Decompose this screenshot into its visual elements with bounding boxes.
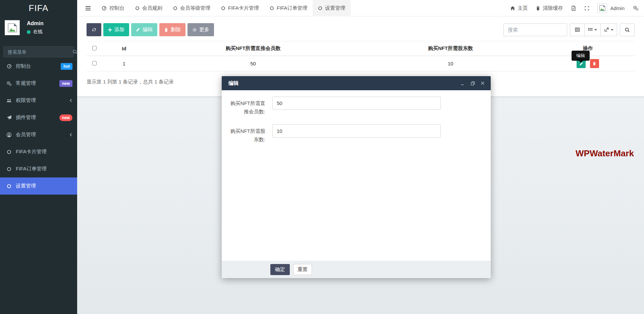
- tab-fifa-card[interactable]: FIFA卡片管理: [216, 0, 264, 16]
- avatar[interactable]: [5, 20, 20, 35]
- close-button[interactable]: [481, 81, 485, 85]
- gear-icon: [192, 28, 197, 32]
- view-button-group: [570, 23, 617, 36]
- home-label: 主页: [518, 5, 528, 11]
- sidebar-item-settings[interactable]: 设置管理: [0, 177, 77, 195]
- circle-icon: [6, 167, 12, 171]
- user-status: 在线: [33, 29, 43, 35]
- tab-label: 会员规则: [142, 5, 162, 11]
- home-link[interactable]: 主页: [510, 5, 528, 11]
- column-header-direct-members[interactable]: 购买NFT所需直推会员数: [146, 41, 360, 56]
- avatar: [597, 3, 607, 13]
- circle-icon: [135, 6, 140, 10]
- tab-fifa-order[interactable]: FIFA订单管理: [264, 0, 313, 16]
- export-button[interactable]: [601, 23, 617, 36]
- dialog-title: 编辑: [228, 80, 238, 87]
- tab-dashboard[interactable]: 控制台: [96, 0, 130, 16]
- column-header-shareholders[interactable]: 购买NFT所需股东数: [360, 41, 541, 56]
- sidebar-item-member[interactable]: 会员管理: [0, 126, 77, 143]
- chevron-left-icon: [69, 99, 72, 102]
- topbar: 控制台 会员规则 会员等级管理 FIFA卡片管理 FIFA订单管理 设置管理: [77, 0, 644, 16]
- add-button[interactable]: 添加: [103, 23, 129, 36]
- tab-member-rules[interactable]: 会员规则: [130, 0, 168, 16]
- data-table: Id 购买NFT所需直推会员数 购买NFT所需股东数 操作 1 50 10: [87, 41, 635, 71]
- tab-label: 控制台: [109, 5, 124, 11]
- edit-dialog: 编辑 购买NFT所需直推会员数: 购买NFT所需股东数: 确定 重置: [222, 76, 491, 278]
- export-icon: [604, 27, 609, 32]
- column-header-id[interactable]: Id: [102, 41, 146, 56]
- user-menu[interactable]: Admin: [597, 3, 625, 13]
- sidebar-item-general[interactable]: 常规管理 new: [0, 75, 77, 92]
- shareholders-input[interactable]: [272, 124, 441, 138]
- edit-tooltip: 编辑: [572, 51, 590, 61]
- sidebar-item-label: 权限管理: [16, 97, 36, 104]
- user-circle-icon: [6, 132, 12, 138]
- edit-label: 编辑: [143, 27, 153, 33]
- form-row: 购买NFT所需股东数:: [222, 124, 491, 144]
- hamburger-icon[interactable]: [83, 4, 93, 13]
- gears-icon[interactable]: [633, 5, 639, 11]
- pencil-icon: [136, 28, 140, 32]
- row-checkbox[interactable]: [92, 61, 97, 65]
- confirm-button[interactable]: 确定: [270, 264, 290, 275]
- sidebar-item-fifa-card[interactable]: FIFA卡片管理: [0, 143, 77, 160]
- minimize-icon: [461, 81, 465, 86]
- row-delete-button[interactable]: [590, 59, 599, 68]
- sidebar-item-label: FIFA卡片管理: [16, 149, 47, 155]
- select-all-checkbox[interactable]: [92, 46, 97, 50]
- columns-button[interactable]: [585, 23, 601, 36]
- restore-icon: [471, 81, 475, 86]
- shareholders-label: 购买NFT所需股东数:: [228, 124, 265, 144]
- sidebar-item-label: 常规管理: [16, 80, 36, 87]
- home-icon: [510, 6, 515, 11]
- form-row: 购买NFT所需直推会员数:: [222, 97, 491, 116]
- circle-icon: [221, 6, 225, 10]
- sidebar-item-addon[interactable]: 插件管理 new: [0, 109, 77, 126]
- table-row: 1 50 10: [87, 56, 635, 71]
- maximize-button[interactable]: [471, 81, 475, 86]
- tab-settings[interactable]: 设置管理: [313, 0, 351, 16]
- clear-cache-link[interactable]: 清除缓存: [536, 5, 563, 11]
- sidebar: FIFA Admin 在线 控制台 hot: [0, 0, 77, 314]
- sidebar-item-label: 会员管理: [16, 132, 36, 138]
- sidebar-search-input[interactable]: [4, 49, 72, 55]
- topbar-right: 主页 清除缓存: [510, 3, 644, 13]
- trash-icon: [592, 61, 596, 66]
- sidebar-item-label: 设置管理: [16, 183, 36, 189]
- fullscreen-icon[interactable]: [584, 6, 589, 11]
- cell-id: 1: [102, 56, 146, 71]
- dialog-body: 购买NFT所需直推会员数: 购买NFT所需股东数:: [222, 90, 491, 261]
- sidebar-item-dashboard[interactable]: 控制台 hot: [0, 58, 77, 75]
- username: Admin: [610, 5, 625, 11]
- reset-button[interactable]: 重置: [293, 264, 312, 275]
- sidebar-item-label: 插件管理: [16, 114, 36, 121]
- delete-button[interactable]: 删除: [159, 23, 185, 36]
- trash-icon: [164, 28, 168, 32]
- dialog-titlebar[interactable]: 编辑: [222, 76, 491, 90]
- add-label: 添加: [114, 27, 124, 33]
- tab-member-levels[interactable]: 会员等级管理: [168, 0, 216, 16]
- toggle-view-button[interactable]: [570, 23, 585, 36]
- tab-label: 设置管理: [325, 5, 345, 11]
- minimize-button[interactable]: [461, 81, 465, 86]
- cogs-icon: [6, 81, 12, 86]
- grid-icon: [588, 28, 593, 32]
- brand-logo: FIFA: [0, 0, 77, 16]
- table-search-input[interactable]: [503, 23, 567, 36]
- sidebar-item-fifa-order[interactable]: FIFA订单管理: [0, 160, 77, 177]
- refresh-button[interactable]: [87, 23, 101, 36]
- user-panel: Admin 在线: [0, 19, 77, 43]
- more-button[interactable]: 更多: [187, 23, 214, 36]
- sidebar-item-auth[interactable]: 权限管理: [0, 92, 77, 109]
- badge-hot: hot: [61, 63, 72, 70]
- more-label: 更多: [199, 27, 209, 33]
- docs-icon[interactable]: [571, 5, 576, 11]
- badge-new: new: [59, 80, 72, 87]
- list-icon: [575, 27, 580, 32]
- search-button[interactable]: [620, 23, 635, 36]
- edit-button[interactable]: 编辑: [131, 23, 157, 36]
- search-icon[interactable]: [72, 49, 77, 54]
- direct-members-input[interactable]: [272, 97, 441, 110]
- tab-label: FIFA订单管理: [277, 5, 308, 11]
- refresh-icon: [92, 27, 97, 32]
